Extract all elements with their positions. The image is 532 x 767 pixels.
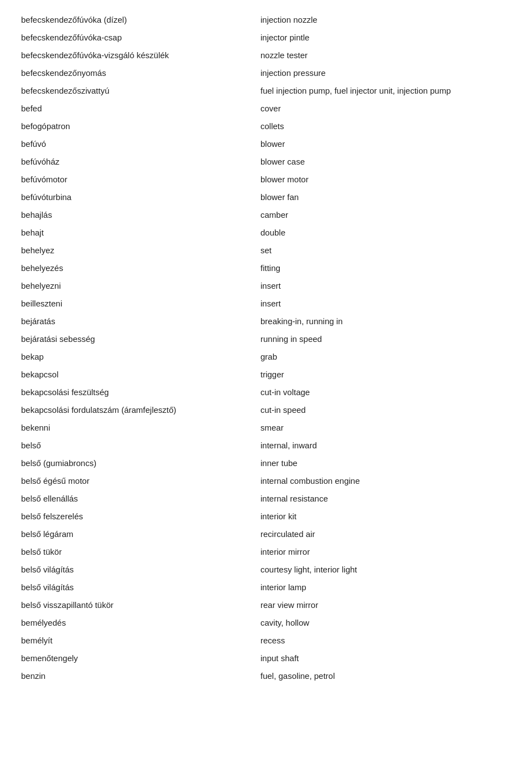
english-translation: double [256,224,515,242]
table-row: belsőinternal, inward [17,437,515,454]
english-translation: cut-in voltage [256,384,515,401]
english-translation: internal combustion engine [256,472,515,490]
english-translation: running in speed [256,330,515,348]
english-translation: rear view mirror [256,596,515,614]
english-translation: fuel injection pump, fuel injector unit,… [256,82,515,100]
hungarian-term: bekapcsolási feszültség [17,384,256,401]
english-translation: injection pressure [256,64,515,82]
table-row: belső világításcourtesy light, interior … [17,561,515,579]
table-row: benzinfuel, gasoline, petrol [17,667,515,685]
hungarian-term: belső tükör [17,543,256,561]
hungarian-term: belső (gumiabroncs) [17,454,256,472]
table-row: belső ellenállásinternal resistance [17,490,515,508]
english-translation: camber [256,206,515,224]
english-translation: insert [256,295,515,313]
hungarian-term: befecskendezőfúvóka-vizsgáló készülék [17,47,256,64]
english-translation: set [256,242,515,259]
hungarian-term: bekapcsolási fordulatszám (áramfejlesztő… [17,401,256,419]
table-row: beilleszteniinsert [17,295,515,313]
english-translation: insert [256,277,515,295]
hungarian-term: beilleszteni [17,295,256,313]
english-translation: breaking-in, running in [256,313,515,330]
english-translation: blower case [256,153,515,171]
table-row: behajtdouble [17,224,515,242]
hungarian-term: behelyez [17,242,256,259]
table-row: belső égésű motorinternal combustion eng… [17,472,515,490]
table-row: bekapcsoltrigger [17,366,515,384]
table-row: belső felszerelésinterior kit [17,508,515,525]
table-row: befúvómotorblower motor [17,171,515,188]
hungarian-term: bemenőtengely [17,650,256,667]
english-translation: injection nozzle [256,11,515,29]
hungarian-term: bemélyedés [17,614,256,632]
english-translation: blower [256,135,515,153]
table-row: bekapcsolási feszültségcut-in voltage [17,384,515,401]
table-row: befecskendezőnyomásinjection pressure [17,64,515,82]
hungarian-term: behelyezni [17,277,256,295]
table-row: bekapcsolási fordulatszám (áramfejlesztő… [17,401,515,419]
english-translation: recirculated air [256,525,515,543]
english-translation: interior lamp [256,579,515,596]
english-translation: cut-in speed [256,401,515,419]
english-translation: recess [256,632,515,650]
table-row: bejáratásbreaking-in, running in [17,313,515,330]
hungarian-term: befed [17,100,256,117]
table-row: bejáratási sebességrunning in speed [17,330,515,348]
english-translation: fuel, gasoline, petrol [256,667,515,685]
hungarian-term: belső világítás [17,561,256,579]
english-translation: trigger [256,366,515,384]
english-translation: collets [256,117,515,135]
english-translation: blower motor [256,171,515,188]
table-row: bekapgrab [17,348,515,366]
table-row: befecskendezőszivattyúfuel injection pum… [17,82,515,100]
hungarian-term: befecskendezőszivattyú [17,82,256,100]
hungarian-term: bekap [17,348,256,366]
english-translation: injector pintle [256,29,515,47]
table-row: befogópatroncollets [17,117,515,135]
hungarian-term: bemélyít [17,632,256,650]
table-row: belső visszapillantó tükörrear view mirr… [17,596,515,614]
table-row: befúvóházblower case [17,153,515,171]
table-row: bemenőtengelyinput shaft [17,650,515,667]
hungarian-term: befúvó [17,135,256,153]
hungarian-term: bejáratási sebesség [17,330,256,348]
table-row: behajláscamber [17,206,515,224]
dictionary-table: befecskendezőfúvóka (dízel)injection noz… [17,11,515,685]
english-translation: cover [256,100,515,117]
hungarian-term: befogópatron [17,117,256,135]
table-row: befecskendezőfúvóka-vizsgáló készüléknoz… [17,47,515,64]
english-translation: internal, inward [256,437,515,454]
english-translation: input shaft [256,650,515,667]
hungarian-term: benzin [17,667,256,685]
hungarian-term: befecskendezőnyomás [17,64,256,82]
table-row: befúvóblower [17,135,515,153]
table-row: befecskendezőfúvóka (dízel)injection noz… [17,11,515,29]
table-row: belső tükörinterior mirror [17,543,515,561]
hungarian-term: bekenni [17,419,256,437]
table-row: belső (gumiabroncs)inner tube [17,454,515,472]
table-row: behelyezésfitting [17,259,515,277]
hungarian-term: befúvóturbina [17,188,256,206]
english-translation: internal resistance [256,490,515,508]
english-translation: smear [256,419,515,437]
hungarian-term: befúvóház [17,153,256,171]
hungarian-term: belső ellenállás [17,490,256,508]
hungarian-term: belső égésű motor [17,472,256,490]
english-translation: cavity, hollow [256,614,515,632]
english-translation: fitting [256,259,515,277]
table-row: belső légáramrecirculated air [17,525,515,543]
hungarian-term: belső [17,437,256,454]
table-row: bekennismear [17,419,515,437]
english-translation: interior kit [256,508,515,525]
hungarian-term: bejáratás [17,313,256,330]
english-translation: nozzle tester [256,47,515,64]
english-translation: courtesy light, interior light [256,561,515,579]
table-row: belső világításinterior lamp [17,579,515,596]
hungarian-term: behelyezés [17,259,256,277]
table-row: behelyezniinsert [17,277,515,295]
hungarian-term: befecskendezőfúvóka (dízel) [17,11,256,29]
english-translation: grab [256,348,515,366]
table-row: bemélyítrecess [17,632,515,650]
hungarian-term: belső visszapillantó tükör [17,596,256,614]
table-row: befúvóturbinablower fan [17,188,515,206]
